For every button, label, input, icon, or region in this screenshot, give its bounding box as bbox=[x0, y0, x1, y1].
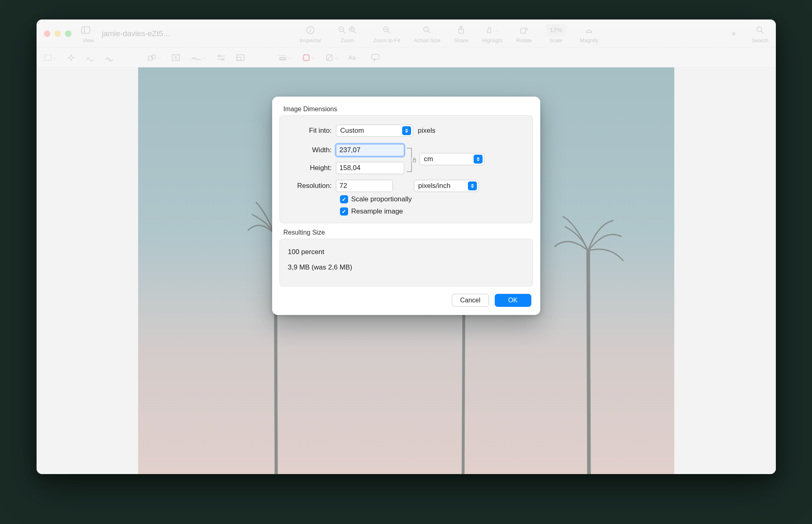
cancel-button[interactable]: Cancel bbox=[452, 294, 489, 307]
svg-line-45 bbox=[588, 251, 589, 474]
resulting-percent: 100 percent bbox=[288, 248, 524, 256]
lines-icon bbox=[278, 54, 287, 61]
scale-proportionally-checkbox[interactable]: ✓ bbox=[340, 195, 348, 203]
fill-color-tool[interactable]: ⌵ bbox=[325, 54, 338, 62]
font-style-tool[interactable]: Aa⌵ bbox=[349, 54, 360, 61]
minimize-window-button[interactable] bbox=[54, 30, 61, 37]
pencil-squiggle-icon bbox=[86, 54, 95, 61]
svg-rect-39 bbox=[303, 55, 309, 60]
wh-unit-select[interactable]: cm bbox=[420, 153, 485, 165]
search-icon bbox=[756, 26, 764, 34]
section-title-dimensions: Image Dimensions bbox=[272, 106, 540, 115]
adjust-color-tool[interactable] bbox=[217, 54, 225, 61]
signature-icon bbox=[191, 54, 201, 61]
svg-line-44 bbox=[463, 287, 464, 474]
zoom-out-icon bbox=[338, 26, 346, 34]
chevron-double-right-icon: ›› bbox=[732, 29, 734, 38]
rotate-toolbar-item[interactable]: Rotate bbox=[516, 24, 532, 43]
selection-tool[interactable]: ⌵ bbox=[44, 54, 56, 61]
draw-tool[interactable] bbox=[105, 54, 114, 61]
select-arrows-icon bbox=[468, 181, 477, 190]
section-title-resulting: Resulting Size bbox=[272, 229, 540, 239]
share-icon bbox=[457, 26, 465, 35]
actual-size-icon: = bbox=[423, 26, 431, 34]
info-icon bbox=[306, 26, 315, 35]
actual-size-toolbar-item[interactable]: = Actual Size bbox=[414, 24, 440, 43]
search-toolbar-item[interactable]: Search bbox=[751, 24, 768, 43]
shapes-icon bbox=[147, 54, 156, 62]
chevron-down-icon: ⌵ bbox=[496, 27, 499, 32]
svg-line-13 bbox=[388, 31, 390, 33]
resample-image-checkbox[interactable]: ✓ bbox=[340, 207, 348, 216]
rotate-icon bbox=[520, 26, 528, 34]
text-box-icon: A bbox=[171, 54, 180, 62]
line-weight-tool[interactable]: ⌵ bbox=[278, 54, 292, 61]
preview-window: ⌵ View jamie-davies-eZt5… Inspector Zoom… bbox=[37, 19, 776, 474]
zoom-toolbar-item[interactable]: Zoom bbox=[335, 24, 359, 43]
chevron-down-icon: ⌵ bbox=[93, 27, 95, 32]
inspector-toolbar-item[interactable]: Inspector bbox=[300, 24, 321, 43]
scale-toolbar-item[interactable]: 12% Scale bbox=[546, 24, 566, 43]
svg-line-6 bbox=[343, 31, 346, 33]
resample-image-label: Resample image bbox=[351, 207, 403, 216]
text-tool[interactable]: A bbox=[171, 54, 180, 62]
sparkle-icon bbox=[67, 54, 75, 62]
select-arrows-icon bbox=[474, 155, 483, 164]
instant-alpha-tool[interactable] bbox=[67, 54, 75, 62]
zoom-to-fit-toolbar-item[interactable]: Zoom to Fit bbox=[373, 24, 400, 43]
svg-point-33 bbox=[221, 58, 223, 60]
sliders-icon bbox=[217, 54, 225, 61]
resolution-label: Resolution: bbox=[287, 182, 336, 190]
annotate-tool[interactable] bbox=[371, 54, 380, 62]
svg-rect-34 bbox=[237, 55, 244, 60]
wh-unit-value: cm bbox=[424, 155, 433, 163]
svg-point-3 bbox=[310, 28, 311, 28]
svg-text:=: = bbox=[425, 28, 427, 31]
link-bracket bbox=[404, 144, 420, 176]
resolution-unit-select[interactable]: pixels/inch bbox=[414, 180, 479, 192]
window-controls bbox=[44, 30, 71, 37]
overflow-toolbar-button[interactable]: ›› bbox=[727, 28, 739, 40]
height-input[interactable] bbox=[336, 162, 404, 174]
share-toolbar-item[interactable]: Share bbox=[454, 24, 468, 43]
adjust-size-tool[interactable] bbox=[236, 54, 245, 61]
highlight-toolbar-item[interactable]: ⌵ Highlight bbox=[482, 24, 503, 43]
svg-line-24 bbox=[761, 31, 763, 33]
fit-into-select[interactable]: Custom bbox=[336, 125, 413, 137]
resulting-filesize: 3,9 MB (was 2,6 MB) bbox=[288, 263, 524, 272]
sidebar-icon bbox=[81, 26, 90, 34]
zoom-in-icon bbox=[349, 26, 357, 34]
magnify-icon bbox=[585, 26, 593, 34]
zoom-fit-icon bbox=[383, 26, 391, 34]
resolution-input[interactable] bbox=[336, 180, 393, 192]
dimensions-panel: Fit into: Custom pixels Width: Height: bbox=[279, 115, 533, 223]
resulting-size-panel: 100 percent 3,9 MB (was 2,6 MB) bbox=[279, 239, 533, 287]
sign-tool[interactable]: ⌵ bbox=[191, 54, 206, 61]
palm-tree-graphic bbox=[552, 214, 626, 474]
magnify-toolbar-item[interactable]: Magnify bbox=[580, 24, 599, 43]
close-window-button[interactable] bbox=[44, 30, 50, 37]
width-input[interactable] bbox=[336, 144, 404, 156]
scale-proportionally-label: Scale proportionally bbox=[351, 195, 412, 203]
height-label: Height: bbox=[287, 164, 336, 172]
fit-into-unit: pixels bbox=[418, 127, 435, 135]
select-arrows-icon bbox=[402, 126, 411, 135]
svg-point-32 bbox=[218, 55, 220, 57]
fit-into-value: Custom bbox=[340, 127, 364, 135]
shapes-tool[interactable]: ⌵ bbox=[147, 54, 161, 62]
resize-icon bbox=[236, 54, 245, 61]
fullscreen-window-button[interactable] bbox=[65, 30, 71, 37]
width-label: Width: bbox=[287, 146, 336, 154]
svg-rect-25 bbox=[45, 55, 51, 60]
view-label: View bbox=[82, 37, 94, 43]
highlighter-icon bbox=[485, 26, 494, 34]
ok-button[interactable]: OK bbox=[495, 294, 531, 307]
svg-rect-21 bbox=[521, 28, 526, 33]
fit-into-label: Fit into: bbox=[287, 127, 336, 135]
svg-line-9 bbox=[354, 31, 356, 33]
sketch-tool[interactable] bbox=[86, 54, 95, 61]
stroke-color-tool[interactable]: ⌵ bbox=[302, 54, 315, 62]
view-toolbar-item[interactable]: ⌵ View bbox=[81, 24, 95, 43]
titlebar: ⌵ View jamie-davies-eZt5… Inspector Zoom… bbox=[37, 19, 776, 48]
resolution-unit-value: pixels/inch bbox=[418, 182, 450, 190]
